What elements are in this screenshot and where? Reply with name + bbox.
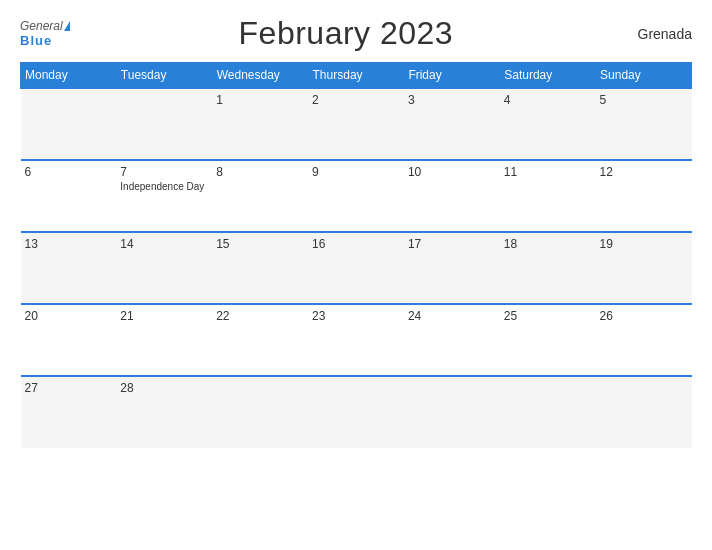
day-number: 15 <box>216 237 304 251</box>
week-row-3: 13141516171819 <box>21 232 692 304</box>
day-cell <box>404 376 500 448</box>
day-number: 23 <box>312 309 400 323</box>
country-label: Grenada <box>622 26 692 42</box>
calendar-body: 1234567Independence Day89101112131415161… <box>21 88 692 448</box>
day-cell <box>308 376 404 448</box>
day-cell: 13 <box>21 232 117 304</box>
day-number: 18 <box>504 237 592 251</box>
day-cell: 11 <box>500 160 596 232</box>
day-number: 2 <box>312 93 400 107</box>
day-number: 6 <box>25 165 113 179</box>
day-cell <box>212 376 308 448</box>
day-cell: 19 <box>596 232 692 304</box>
col-sunday: Sunday <box>596 63 692 89</box>
logo-top: General <box>20 19 70 33</box>
day-cell: 7Independence Day <box>116 160 212 232</box>
day-cell: 4 <box>500 88 596 160</box>
day-number: 14 <box>120 237 208 251</box>
day-number: 20 <box>25 309 113 323</box>
week-row-4: 20212223242526 <box>21 304 692 376</box>
header: General Blue February 2023 Grenada <box>20 15 692 52</box>
day-cell <box>21 88 117 160</box>
col-thursday: Thursday <box>308 63 404 89</box>
day-cell: 10 <box>404 160 500 232</box>
day-cell: 16 <box>308 232 404 304</box>
col-monday: Monday <box>21 63 117 89</box>
day-number: 21 <box>120 309 208 323</box>
day-cell: 2 <box>308 88 404 160</box>
day-cell: 24 <box>404 304 500 376</box>
day-number: 10 <box>408 165 496 179</box>
day-cell: 22 <box>212 304 308 376</box>
col-friday: Friday <box>404 63 500 89</box>
week-row-2: 67Independence Day89101112 <box>21 160 692 232</box>
day-cell: 14 <box>116 232 212 304</box>
day-cell: 18 <box>500 232 596 304</box>
day-number: 22 <box>216 309 304 323</box>
day-cell: 21 <box>116 304 212 376</box>
day-number: 28 <box>120 381 208 395</box>
day-cell: 27 <box>21 376 117 448</box>
day-number: 13 <box>25 237 113 251</box>
days-of-week-row: Monday Tuesday Wednesday Thursday Friday… <box>21 63 692 89</box>
logo-triangle-icon <box>64 21 70 31</box>
day-cell <box>596 376 692 448</box>
day-cell: 28 <box>116 376 212 448</box>
day-number: 1 <box>216 93 304 107</box>
logo: General Blue <box>20 19 70 48</box>
calendar-event: Independence Day <box>120 181 208 192</box>
day-cell: 25 <box>500 304 596 376</box>
day-number: 4 <box>504 93 592 107</box>
day-cell: 6 <box>21 160 117 232</box>
day-cell <box>500 376 596 448</box>
day-number: 24 <box>408 309 496 323</box>
day-cell: 12 <box>596 160 692 232</box>
day-number: 12 <box>600 165 688 179</box>
week-row-1: 12345 <box>21 88 692 160</box>
day-cell: 26 <box>596 304 692 376</box>
day-number: 7 <box>120 165 208 179</box>
day-cell: 3 <box>404 88 500 160</box>
col-tuesday: Tuesday <box>116 63 212 89</box>
day-number: 26 <box>600 309 688 323</box>
day-number: 16 <box>312 237 400 251</box>
day-number: 9 <box>312 165 400 179</box>
day-number: 27 <box>25 381 113 395</box>
day-cell <box>116 88 212 160</box>
logo-general-text: General <box>20 19 63 33</box>
day-number: 25 <box>504 309 592 323</box>
logo-blue-text: Blue <box>20 33 52 48</box>
day-number: 5 <box>600 93 688 107</box>
day-cell: 20 <box>21 304 117 376</box>
page: General Blue February 2023 Grenada Monda… <box>0 0 712 550</box>
week-row-5: 2728 <box>21 376 692 448</box>
col-saturday: Saturday <box>500 63 596 89</box>
day-cell: 17 <box>404 232 500 304</box>
day-number: 11 <box>504 165 592 179</box>
calendar-table: Monday Tuesday Wednesday Thursday Friday… <box>20 62 692 448</box>
day-cell: 1 <box>212 88 308 160</box>
day-cell: 5 <box>596 88 692 160</box>
day-number: 3 <box>408 93 496 107</box>
day-number: 8 <box>216 165 304 179</box>
day-cell: 8 <box>212 160 308 232</box>
calendar-header: Monday Tuesday Wednesday Thursday Friday… <box>21 63 692 89</box>
day-number: 19 <box>600 237 688 251</box>
col-wednesday: Wednesday <box>212 63 308 89</box>
day-cell: 15 <box>212 232 308 304</box>
day-number: 17 <box>408 237 496 251</box>
day-cell: 23 <box>308 304 404 376</box>
month-title: February 2023 <box>239 15 454 52</box>
day-cell: 9 <box>308 160 404 232</box>
